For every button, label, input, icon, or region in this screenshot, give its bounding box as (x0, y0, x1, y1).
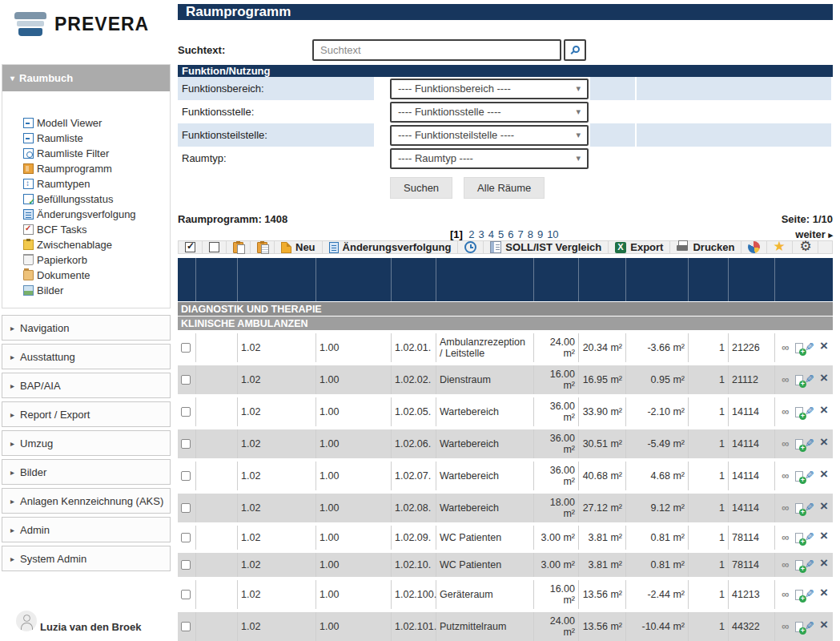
add-document-icon[interactable] (795, 622, 803, 632)
toolbar-print[interactable]: Drucken (670, 241, 742, 253)
search-input[interactable] (312, 39, 561, 61)
sidebar-accordion-section[interactable]: ▸ System Admin (2, 546, 171, 571)
delete-icon[interactable] (818, 374, 830, 386)
row-checkbox[interactable] (181, 590, 191, 599)
all-rooms-button[interactable]: Alle Räume (464, 177, 545, 199)
search-submit-button[interactable]: Suchen (390, 177, 452, 199)
add-document-icon[interactable] (795, 503, 803, 514)
delete-icon[interactable] (818, 438, 830, 450)
toolbar-history[interactable] (458, 241, 484, 253)
edit-icon[interactable] (805, 470, 817, 482)
toolbar-select-all[interactable] (179, 241, 203, 253)
pagination-page-5[interactable]: 5 (498, 228, 504, 240)
filter-select[interactable]: ---- Funktionsbereich ---- ▾ (390, 79, 589, 99)
sidebar-accordion-section[interactable]: ▸ Admin (2, 517, 171, 542)
toolbar-settings[interactable] (793, 241, 818, 253)
link-icon[interactable] (782, 438, 794, 450)
sidebar-item-befuellungsstatus[interactable]: Befüllungsstatus (23, 191, 167, 207)
delete-icon[interactable] (818, 502, 830, 514)
add-document-icon[interactable] (795, 533, 803, 543)
sidebar-accordion-section[interactable]: ▸ Bilder (2, 459, 171, 485)
edit-icon[interactable] (805, 374, 817, 386)
sidebar-accordion-section[interactable]: ▸ Report / Export (2, 401, 171, 427)
sidebar-accordion-section[interactable]: ▸ BAP/AIA (2, 373, 171, 398)
sidebar-item-raumliste[interactable]: Raumliste (23, 131, 167, 146)
sidebar-item-zwischenablage[interactable]: Zwischenablage (23, 237, 167, 252)
sidebar-item-bcf-tasks[interactable]: BCF Tasks (23, 222, 167, 237)
pagination-page-7[interactable]: 7 (517, 228, 523, 240)
sidebar-accordion-section[interactable]: ▸ Anlagen Kennzeichnung (AKS) (2, 488, 171, 514)
pagination-page-9[interactable]: 9 (537, 228, 543, 240)
edit-icon[interactable] (805, 438, 817, 450)
filter-select[interactable]: ---- Funktionsstelle ---- ▾ (390, 102, 589, 123)
toolbar-favorites[interactable] (767, 241, 793, 253)
link-icon[interactable] (782, 502, 794, 514)
sidebar-item-aenderungsverfolgung[interactable]: Änderungsverfolgung (23, 207, 167, 222)
row-checkbox[interactable] (181, 622, 191, 631)
sidebar-item-raumliste-filter[interactable]: Raumliste Filter (23, 146, 167, 161)
row-checkbox[interactable] (181, 533, 191, 542)
row-checkbox[interactable] (181, 471, 191, 481)
row-checkbox[interactable] (181, 343, 191, 353)
row-checkbox[interactable] (181, 503, 191, 513)
edit-icon[interactable] (805, 559, 817, 571)
add-document-icon[interactable] (795, 343, 803, 353)
sidebar-accordion-section[interactable]: ▸ Navigation (2, 315, 171, 341)
link-icon[interactable] (782, 559, 794, 571)
add-document-icon[interactable] (795, 375, 803, 385)
filter-select[interactable]: ---- Raumtyp ---- ▾ (390, 148, 589, 169)
sidebar-item-raumprogramm[interactable]: Raumprogramm (23, 161, 167, 176)
row-checkbox[interactable] (181, 439, 191, 449)
pagination-page-6[interactable]: 6 (508, 228, 513, 240)
toolbar-paste-structured[interactable] (251, 241, 275, 253)
pagination-page-10[interactable]: 10 (547, 228, 558, 240)
sidebar-accordion-section[interactable]: ▸ Ausstattung (2, 344, 171, 369)
row-checkbox[interactable] (181, 560, 191, 570)
sidebar-item-modell-viewer[interactable]: Modell Viewer (23, 115, 167, 131)
link-icon[interactable] (782, 342, 794, 354)
delete-icon[interactable] (818, 559, 830, 571)
delete-icon[interactable] (818, 532, 830, 544)
pagination-page-8[interactable]: 8 (528, 228, 533, 240)
edit-icon[interactable] (805, 502, 817, 514)
sidebar-item-bilder[interactable]: Bilder (23, 283, 167, 298)
toolbar-deselect-all[interactable] (203, 241, 227, 253)
sidebar-accordion-section[interactable]: ▸ Umzug (2, 430, 171, 456)
link-icon[interactable] (782, 406, 794, 418)
toolbar-soll-ist-vergleich[interactable]: SOLL/IST Vergleich (484, 241, 609, 253)
edit-icon[interactable] (805, 342, 817, 354)
link-icon[interactable] (782, 589, 794, 601)
add-document-icon[interactable] (795, 560, 803, 570)
toolbar-export[interactable]: Export (609, 241, 670, 253)
add-document-icon[interactable] (795, 439, 803, 450)
edit-icon[interactable] (805, 406, 817, 418)
toolbar-paste[interactable] (227, 241, 251, 253)
toolbar-new[interactable]: Neu (275, 241, 323, 253)
edit-icon[interactable] (805, 532, 817, 544)
filter-select[interactable]: ---- Funktionsteilstelle ---- ▾ (390, 125, 589, 146)
search-button[interactable] (564, 39, 586, 61)
delete-icon[interactable] (818, 342, 830, 354)
toolbar-chart[interactable] (742, 241, 767, 253)
pagination-page-4[interactable]: 4 (488, 228, 494, 240)
sidebar-item-papierkorb[interactable]: Papierkorb (23, 252, 167, 268)
toolbar-change-tracking[interactable]: Änderungsverfolgung (323, 241, 459, 253)
pagination-page-2[interactable]: 2 (468, 228, 474, 240)
edit-icon[interactable] (805, 589, 817, 601)
row-checkbox[interactable] (181, 407, 191, 417)
sidebar-item-raumtypen[interactable]: Raumtypen (23, 176, 167, 191)
sidebar-section-raumbuch[interactable]: ▾ Raumbuch (2, 65, 170, 91)
row-checkbox[interactable] (181, 375, 191, 385)
delete-icon[interactable] (818, 406, 830, 418)
edit-icon[interactable] (805, 621, 817, 633)
sidebar-item-dokumente[interactable]: Dokumente (23, 268, 167, 283)
pagination-page-3[interactable]: 3 (479, 228, 484, 240)
link-icon[interactable] (782, 532, 794, 544)
add-document-icon[interactable] (795, 590, 803, 600)
link-icon[interactable] (782, 621, 794, 633)
delete-icon[interactable] (818, 470, 830, 482)
delete-icon[interactable] (818, 589, 830, 601)
link-icon[interactable] (782, 470, 794, 482)
link-icon[interactable] (782, 374, 794, 386)
add-document-icon[interactable] (795, 407, 803, 417)
